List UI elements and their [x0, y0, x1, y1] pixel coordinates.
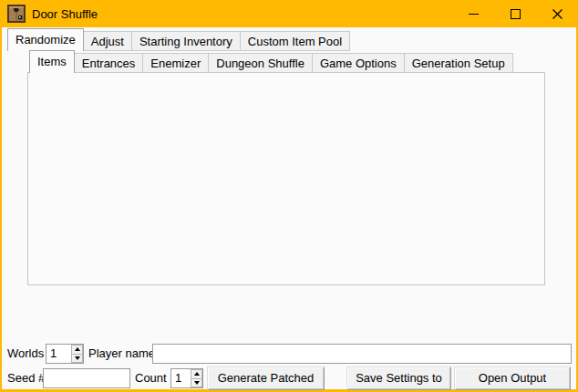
minimize-icon — [469, 14, 479, 15]
tab-entrances[interactable]: Entrances — [74, 53, 144, 73]
maximize-button[interactable] — [494, 0, 536, 27]
minimize-button[interactable] — [452, 0, 494, 27]
spin-up-button[interactable] — [191, 369, 202, 379]
inner-tabbar: Items Entrances Enemizer Dungeon Shuffle… — [29, 50, 513, 73]
worlds-value: 1 — [46, 345, 71, 363]
worlds-label: Worlds — [7, 344, 44, 364]
app-window: Door Shuffle Randomize Adjust Starting I… — [0, 0, 578, 392]
count-spinner-arrows — [191, 369, 202, 387]
titlebar: Door Shuffle — [0, 0, 578, 27]
arrow-up-icon — [75, 347, 80, 351]
open-output-directory-button[interactable]: Open Output Directory — [454, 366, 571, 390]
tab-randomize[interactable]: Randomize — [7, 28, 84, 51]
tab-dungeon-shuffle[interactable]: Dungeon Shuffle — [208, 53, 313, 73]
seed-label: Seed # — [7, 368, 45, 388]
tab-game-options[interactable]: Game Options — [312, 53, 405, 73]
spin-down-button[interactable] — [71, 355, 83, 364]
seed-input[interactable] — [43, 368, 130, 388]
player-names-label: Player names — [88, 344, 160, 364]
spin-down-button[interactable] — [191, 379, 202, 388]
outer-tabbar: Randomize Adjust Starting Inventory Cust… — [7, 28, 350, 51]
spin-up-button[interactable] — [71, 345, 83, 355]
window-controls — [452, 0, 578, 27]
player-names-input[interactable] — [152, 344, 572, 364]
count-value: 1 — [171, 369, 191, 387]
arrow-down-icon — [194, 381, 200, 385]
close-icon — [552, 9, 563, 19]
items-tab-panel — [27, 72, 545, 285]
window-title: Door Shuffle — [32, 7, 98, 21]
tab-enemizer[interactable]: Enemizer — [142, 53, 209, 73]
count-label: Count — [135, 368, 167, 388]
tab-items[interactable]: Items — [29, 50, 75, 73]
close-button[interactable] — [536, 0, 578, 27]
save-settings-button[interactable]: Save Settings to File — [346, 366, 451, 390]
tab-adjust[interactable]: Adjust — [83, 31, 132, 51]
tab-starting-inventory[interactable]: Starting Inventory — [131, 31, 241, 51]
tab-custom-item-pool[interactable]: Custom Item Pool — [240, 31, 350, 51]
worlds-spinner[interactable]: 1 — [46, 344, 84, 364]
arrow-down-icon — [75, 356, 80, 360]
arrow-up-icon — [194, 372, 200, 376]
worlds-spinner-arrows — [71, 345, 83, 363]
door-app-icon — [7, 5, 26, 23]
tab-generation-setup[interactable]: Generation Setup — [404, 53, 513, 73]
generate-patched-rom-button[interactable]: Generate Patched Rom — [207, 366, 325, 390]
maximize-icon — [511, 9, 521, 19]
count-spinner[interactable]: 1 — [170, 368, 203, 388]
